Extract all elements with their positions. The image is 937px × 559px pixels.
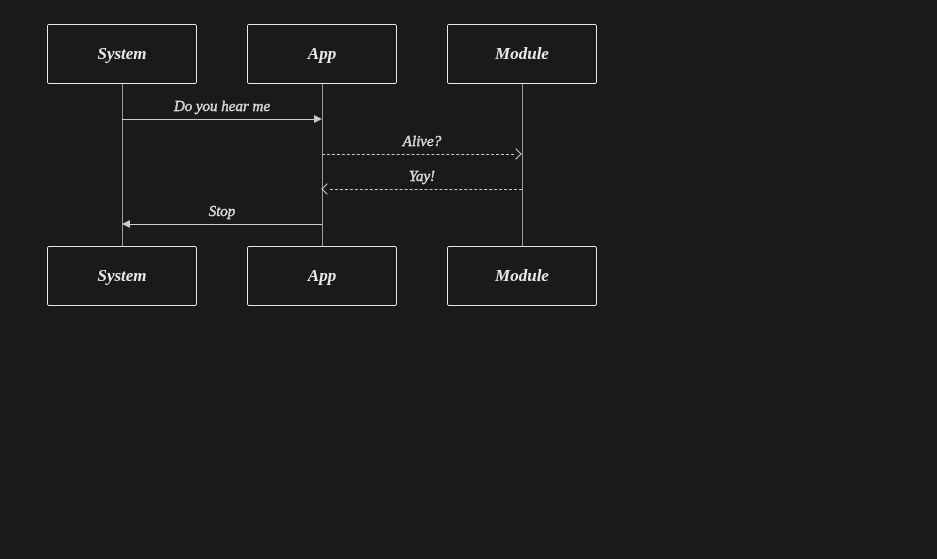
arrowhead-left-icon <box>122 220 130 228</box>
message-label: Do you hear me <box>174 98 270 115</box>
message-arrow <box>130 224 322 225</box>
actor-label: System <box>97 266 146 286</box>
arrowhead-right-icon <box>510 148 521 159</box>
actor-system-top: System <box>47 24 197 84</box>
actor-app-bottom: App <box>247 246 397 306</box>
actor-label: App <box>308 266 336 286</box>
lifeline-module <box>522 84 523 246</box>
actor-label: App <box>308 44 336 64</box>
actor-module-top: Module <box>447 24 597 84</box>
sequence-diagram: System App Module Do you hear me Alive? … <box>0 0 937 559</box>
actor-label: System <box>97 44 146 64</box>
message-arrow <box>330 189 522 190</box>
arrowhead-right-icon <box>314 115 322 123</box>
message-arrow <box>122 119 314 120</box>
actor-label: Module <box>495 44 549 64</box>
actor-app-top: App <box>247 24 397 84</box>
message-label: Stop <box>209 203 236 220</box>
lifeline-app <box>322 84 323 246</box>
arrowhead-left-icon <box>321 183 332 194</box>
actor-label: Module <box>495 266 549 286</box>
actor-module-bottom: Module <box>447 246 597 306</box>
actor-system-bottom: System <box>47 246 197 306</box>
message-label: Alive? <box>403 133 441 150</box>
message-label: Yay! <box>409 168 435 185</box>
message-arrow <box>322 154 514 155</box>
